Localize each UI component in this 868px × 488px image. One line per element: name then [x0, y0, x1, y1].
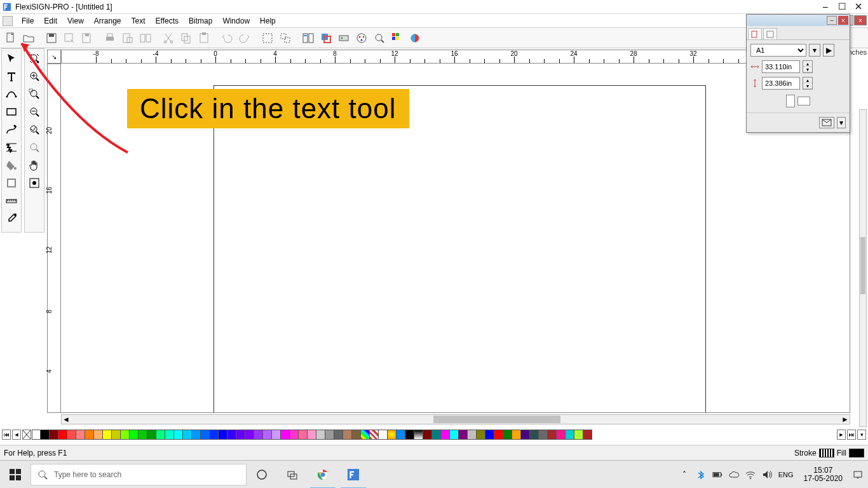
- panel-minimize-button[interactable]: –: [827, 16, 837, 25]
- color-swatch[interactable]: [227, 430, 236, 440]
- color-swatch[interactable]: [192, 430, 201, 440]
- color-swatch[interactable]: [67, 430, 76, 440]
- color-swatch[interactable]: [494, 430, 503, 440]
- orientation-landscape-button[interactable]: [797, 97, 810, 105]
- stroke-indicator[interactable]: [819, 449, 834, 458]
- color-swatch[interactable]: [405, 430, 414, 440]
- color-swatch[interactable]: [432, 430, 441, 440]
- tray-chevron-icon[interactable]: ˄: [679, 470, 689, 480]
- scroll-left-button[interactable]: ◄: [62, 415, 71, 424]
- orientation-portrait-button[interactable]: [786, 95, 795, 107]
- color-swatch[interactable]: [130, 430, 139, 440]
- color-swatch[interactable]: [121, 430, 130, 440]
- color-swatch[interactable]: [521, 430, 530, 440]
- color-swatch[interactable]: [147, 430, 156, 440]
- design-central-panel[interactable]: – × A1 ▾ ▶ ▲▼ ▲▼ ▾: [746, 14, 850, 133]
- height-spinner[interactable]: ▲▼: [803, 77, 813, 90]
- eyedropper-tool[interactable]: [3, 210, 20, 227]
- start-button[interactable]: [0, 461, 31, 489]
- color-swatch[interactable]: [263, 430, 272, 440]
- color-swatch[interactable]: [512, 430, 521, 440]
- color-swatch[interactable]: [210, 430, 219, 440]
- color-swatch[interactable]: [103, 430, 112, 440]
- volume-icon[interactable]: [762, 470, 772, 480]
- fill-indicator[interactable]: [849, 449, 864, 458]
- fill-stroke-button[interactable]: [318, 30, 334, 46]
- scrollbar-horizontal[interactable]: ◄ ►: [61, 414, 850, 424]
- scroll-thumb[interactable]: [860, 237, 865, 294]
- layer-tool[interactable]: [3, 175, 20, 191]
- panel-close-button[interactable]: ×: [838, 16, 848, 25]
- swatch-next-button[interactable]: ►: [837, 430, 846, 440]
- swatch-menu-button[interactable]: ▾: [857, 430, 866, 440]
- color-swatch[interactable]: [139, 430, 147, 440]
- swatch-button[interactable]: [389, 30, 405, 46]
- color-swatch[interactable]: [441, 430, 450, 440]
- swatch-prev-button[interactable]: ◄: [12, 430, 21, 440]
- menu-edit[interactable]: Edit: [39, 15, 62, 27]
- color-swatch[interactable]: [503, 430, 512, 440]
- color-swatch[interactable]: [183, 430, 192, 440]
- color-swatch[interactable]: [583, 430, 592, 440]
- page-size-dropdown-button[interactable]: ▾: [809, 44, 820, 57]
- color-mixer-button[interactable]: [353, 30, 370, 46]
- taskbar-chrome[interactable]: [308, 461, 338, 489]
- color-swatch[interactable]: [156, 430, 165, 440]
- cut-button[interactable]: [160, 30, 177, 46]
- page-width-input[interactable]: [762, 60, 800, 73]
- select-similar-button[interactable]: [277, 30, 294, 46]
- color-swatch[interactable]: [397, 430, 405, 440]
- taskbar-flexisign[interactable]: [338, 461, 369, 489]
- color-swatch[interactable]: [281, 430, 290, 440]
- color-swatch[interactable]: [325, 430, 334, 440]
- color-swatch[interactable]: [485, 430, 494, 440]
- color-swatch[interactable]: [352, 430, 361, 440]
- color-swatch[interactable]: [272, 430, 281, 440]
- panel-menu-button[interactable]: ▾: [837, 117, 846, 128]
- color-swatch[interactable]: [557, 430, 566, 440]
- color-swatch[interactable]: [94, 430, 103, 440]
- copy-button[interactable]: [178, 30, 194, 46]
- onedrive-icon[interactable]: [729, 470, 739, 480]
- color-swatch[interactable]: [316, 430, 325, 440]
- color-swatch[interactable]: [539, 430, 548, 440]
- spot-color-button[interactable]: [407, 30, 423, 46]
- width-spinner[interactable]: ▲▼: [803, 60, 813, 73]
- scroll-thumb[interactable]: [433, 416, 560, 423]
- color-swatch[interactable]: [459, 430, 468, 440]
- bluetooth-icon[interactable]: [696, 470, 706, 480]
- color-swatch[interactable]: [58, 430, 67, 440]
- menu-view[interactable]: View: [62, 15, 89, 27]
- redo-button[interactable]: [236, 30, 253, 46]
- color-swatch[interactable]: [41, 430, 50, 440]
- window-close-button[interactable]: [850, 0, 867, 13]
- menu-window[interactable]: Window: [217, 15, 255, 27]
- color-swatch[interactable]: [299, 430, 308, 440]
- page-next-button[interactable]: ▶: [823, 44, 834, 57]
- menu-arrange[interactable]: Arrange: [89, 15, 126, 27]
- color-swatch[interactable]: [245, 430, 254, 440]
- ruler-horizontal[interactable]: -8-404812162024283236: [61, 50, 850, 64]
- color-swatch[interactable]: [477, 430, 485, 440]
- color-swatch[interactable]: [388, 430, 397, 440]
- rip-button[interactable]: [336, 30, 352, 46]
- menu-file[interactable]: File: [17, 15, 39, 27]
- paste-button[interactable]: [196, 30, 212, 46]
- color-swatch[interactable]: [450, 430, 459, 440]
- panel-apply-button[interactable]: [819, 117, 834, 128]
- color-swatch[interactable]: [85, 430, 94, 440]
- color-swatch[interactable]: [370, 430, 379, 440]
- color-swatch[interactable]: [308, 430, 316, 440]
- color-swatch[interactable]: [32, 430, 41, 440]
- color-swatch[interactable]: [201, 430, 210, 440]
- swatch-last-button[interactable]: ⏭: [847, 430, 856, 440]
- taskbar-taskview[interactable]: [277, 461, 308, 489]
- menu-bitmap[interactable]: Bitmap: [184, 15, 217, 27]
- color-swatch[interactable]: [574, 430, 583, 440]
- page-size-select[interactable]: A1: [750, 44, 806, 57]
- menu-text[interactable]: Text: [126, 15, 151, 27]
- mdi-close-button[interactable]: ×: [854, 15, 867, 25]
- wifi-icon[interactable]: [745, 470, 756, 480]
- tray-clock[interactable]: 15:07 17-05-2020: [800, 466, 846, 483]
- select-all-button[interactable]: [259, 30, 276, 46]
